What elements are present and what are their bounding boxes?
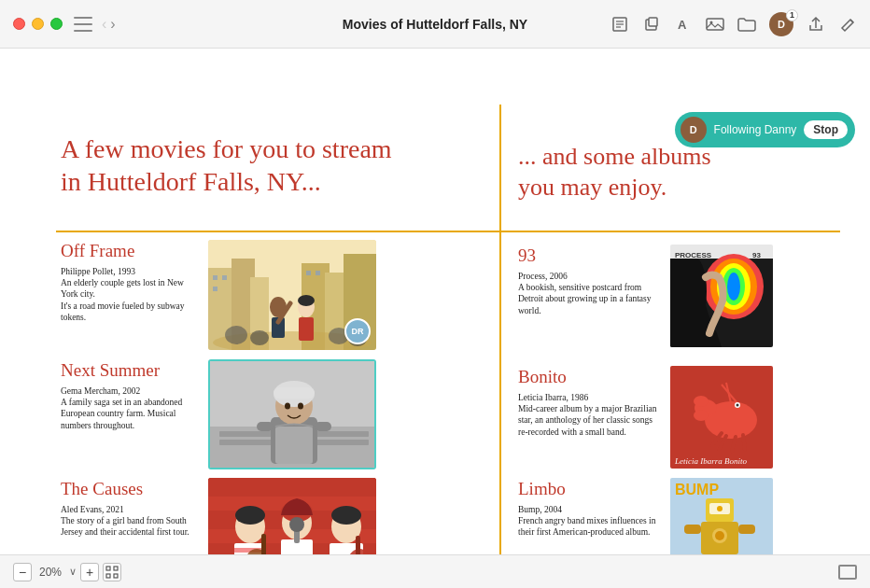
nav-arrows: ‹ › xyxy=(102,16,116,33)
svg-rect-107 xyxy=(106,574,110,578)
horizontal-divider xyxy=(56,231,840,232)
svg-text:93: 93 xyxy=(752,251,761,259)
vertical-divider xyxy=(499,105,501,571)
left-title: A few movies for you to stream in Huttel… xyxy=(61,133,415,198)
album-info-1: Process, 2006 A bookish, sensitive postc… xyxy=(518,271,663,316)
back-arrow[interactable]: ‹ xyxy=(102,16,106,33)
album-info-2: Leticia Ibarra, 1986 Mid-career album by… xyxy=(518,392,663,438)
movie-info-3: Aled Evans, 2021 The story of a girl ban… xyxy=(61,504,201,539)
movie-entry-2: Next Summer Gema Mercham, 2002 A family … xyxy=(61,359,376,469)
movie-image-1: DR xyxy=(208,240,376,350)
traffic-lights xyxy=(13,18,63,30)
canvas: D Following Danny Stop A few movies for … xyxy=(0,49,870,588)
album-text-2: Bonito Leticia Ibarra, 1986 Mid-career a… xyxy=(518,366,663,469)
following-avatar: D xyxy=(681,117,707,143)
minimize-button[interactable] xyxy=(32,18,44,30)
svg-rect-105 xyxy=(106,567,110,570)
svg-point-52 xyxy=(235,506,265,525)
close-button[interactable] xyxy=(13,18,25,30)
svg-rect-27 xyxy=(299,317,314,341)
movie-image-2 xyxy=(208,359,376,469)
svg-rect-101 xyxy=(738,525,755,534)
svg-text:BUMP: BUMP xyxy=(675,482,719,497)
zoom-controls: − 20% ∨ + xyxy=(13,563,121,581)
svg-rect-100 xyxy=(684,525,701,534)
share-icon[interactable] xyxy=(807,15,825,34)
album-cover-2: Leticia Ibarra Bonito xyxy=(670,366,773,469)
zoom-in-button[interactable]: + xyxy=(80,563,99,581)
svg-point-90 xyxy=(737,404,739,407)
album-93-svg: PROCESS 93 xyxy=(670,245,773,347)
svg-rect-18 xyxy=(222,275,227,280)
dr-avatar: DR xyxy=(344,318,371,344)
album-title-1: 93 xyxy=(518,245,663,268)
forward-arrow[interactable]: › xyxy=(110,16,115,33)
svg-point-29 xyxy=(225,326,247,344)
svg-rect-17 xyxy=(213,275,218,280)
svg-text:PROCESS: PROCESS xyxy=(675,251,712,259)
svg-point-28 xyxy=(298,295,315,306)
movie-title-2: Next Summer xyxy=(61,359,201,383)
image-icon[interactable] xyxy=(706,15,724,34)
svg-rect-39 xyxy=(257,422,274,431)
following-banner: D Following Danny Stop xyxy=(675,112,855,147)
document-icon[interactable] xyxy=(610,15,629,34)
bottom-bar: − 20% ∨ + xyxy=(0,554,870,588)
zoom-dropdown[interactable]: ∨ xyxy=(69,566,77,578)
text-icon[interactable]: A xyxy=(674,15,693,34)
stop-button[interactable]: Stop xyxy=(804,120,848,139)
album-title-3: Limbo xyxy=(518,478,663,501)
toolbar-right: A D 1 xyxy=(610,12,857,36)
svg-line-9 xyxy=(850,20,853,22)
svg-line-86 xyxy=(743,435,745,450)
zoom-out-button[interactable]: − xyxy=(13,563,32,581)
folder-icon[interactable] xyxy=(737,15,756,34)
movie-entry-1: Off Frame Philippe Pollet, 1993 An elder… xyxy=(61,240,376,350)
window-title: Movies of Hutteldorf Falls, NY xyxy=(343,17,527,32)
avatar-count: 1 xyxy=(786,9,798,21)
svg-point-45 xyxy=(298,403,303,410)
movie-text-2: Next Summer Gema Mercham, 2002 A family … xyxy=(61,359,201,469)
svg-text:A: A xyxy=(678,18,687,32)
movie-title-3: The Causes xyxy=(61,478,201,501)
svg-rect-108 xyxy=(114,574,118,578)
next-summer-svg xyxy=(210,361,376,469)
svg-rect-19 xyxy=(213,287,218,291)
svg-rect-20 xyxy=(306,271,311,275)
svg-rect-38 xyxy=(275,427,313,464)
zoom-value: 20% xyxy=(35,566,65,579)
sidebar-toggle-button[interactable] xyxy=(74,17,92,32)
movie-text-1: Off Frame Philippe Pollet, 1993 An elder… xyxy=(61,240,201,350)
album-cover-1: PROCESS 93 xyxy=(670,245,773,347)
album-entry-2: Bonito Leticia Ibarra, 1986 Mid-career a… xyxy=(518,366,773,469)
fit-screen-button[interactable] xyxy=(838,565,857,580)
svg-rect-21 xyxy=(316,271,320,275)
following-text: Following Danny xyxy=(714,123,797,136)
svg-rect-40 xyxy=(315,422,331,431)
svg-point-81 xyxy=(694,396,709,407)
fit-button[interactable] xyxy=(103,563,121,581)
right-title: ... and some albums you may enjoy. xyxy=(518,142,835,203)
svg-rect-106 xyxy=(114,567,118,570)
svg-point-82 xyxy=(694,410,709,421)
svg-point-44 xyxy=(285,403,290,410)
movie-info-2: Gema Mercham, 2002 A family saga set in … xyxy=(61,385,201,431)
edit-icon[interactable] xyxy=(838,15,857,34)
svg-rect-5 xyxy=(649,18,657,26)
svg-point-30 xyxy=(250,330,269,345)
movie-info-1: Philippe Pollet, 1993 An elderly couple … xyxy=(61,266,201,324)
svg-point-99 xyxy=(715,531,724,540)
titlebar: ‹ › Movies of Hutteldorf Falls, NY A D 1 xyxy=(0,0,870,49)
svg-point-96 xyxy=(717,506,723,511)
album-text-1: 93 Process, 2006 A bookish, sensitive po… xyxy=(518,245,663,347)
svg-text:Leticia Ibarra Bonito: Leticia Ibarra Bonito xyxy=(674,456,747,466)
svg-point-77 xyxy=(727,273,740,301)
fullscreen-button[interactable] xyxy=(50,18,63,30)
album-title-2: Bonito xyxy=(518,366,663,389)
svg-point-63 xyxy=(289,517,304,532)
bonito-svg: Leticia Ibarra Bonito xyxy=(670,366,773,469)
svg-rect-43 xyxy=(274,387,315,399)
copy-icon[interactable] xyxy=(642,15,661,34)
album-info-3: Bump, 2004 French angry band mixes influ… xyxy=(518,504,663,539)
avatar[interactable]: D 1 xyxy=(769,12,793,36)
